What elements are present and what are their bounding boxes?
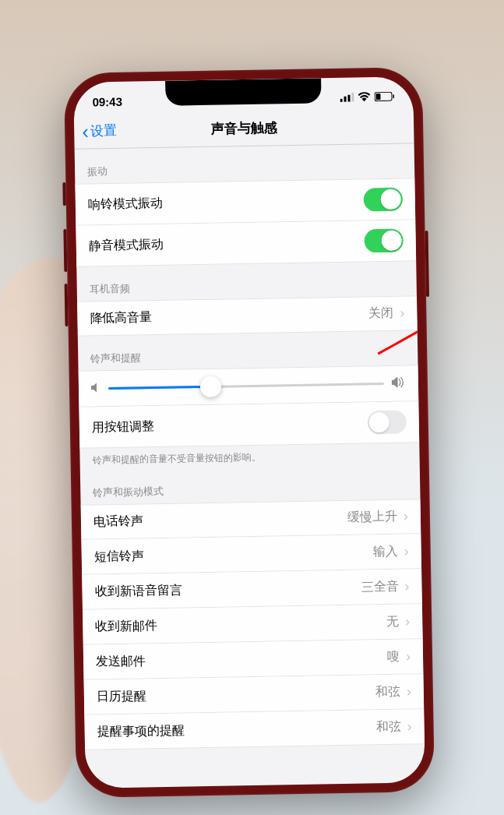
chevron-right-icon: ›	[400, 305, 404, 321]
volume-slider[interactable]	[108, 383, 384, 390]
toggle-ring-vibrate[interactable]	[364, 188, 404, 212]
cell-label: 日历提醒	[97, 684, 375, 705]
cell-value: 无	[386, 613, 399, 630]
cell-sound-pattern[interactable]: 提醒事项的提醒和弦›	[84, 709, 425, 750]
cell-value: 关闭	[368, 305, 393, 323]
cell-value: 和弦	[375, 718, 400, 736]
chevron-right-icon: ›	[406, 648, 411, 665]
notch	[165, 78, 322, 105]
cell-change-with-buttons[interactable]: 用按钮调整	[79, 401, 419, 449]
volume-slider-cell	[79, 365, 419, 408]
back-button[interactable]: ‹ 设置	[74, 120, 117, 141]
svg-rect-5	[393, 94, 394, 98]
cell-label: 收到新语音留言	[94, 579, 361, 600]
wifi-icon	[358, 90, 370, 104]
cell-label: 收到新邮件	[95, 613, 386, 635]
cell-sound-pattern[interactable]: 日历提醒和弦›	[84, 674, 425, 715]
signal-icon	[340, 90, 354, 104]
toggle-change-with-buttons[interactable]	[368, 410, 407, 434]
cell-label: 提醒事项的提醒	[97, 719, 375, 740]
chevron-right-icon: ›	[404, 508, 408, 524]
speaker-high-icon	[392, 376, 406, 390]
page-title: 声音与触感	[74, 116, 414, 140]
nav-bar: ‹ 设置 声音与触感	[74, 108, 414, 150]
cell-sound-pattern[interactable]: 收到新语音留言三全音›	[82, 569, 422, 610]
cell-value: 和弦	[375, 683, 400, 700]
cell-sound-pattern[interactable]: 发送邮件嗖›	[83, 639, 424, 680]
cell-reduce-loud-sounds[interactable]: 降低高音量 关闭 ›	[77, 295, 418, 337]
status-time: 09:43	[92, 94, 122, 108]
toggle-silent-vibrate[interactable]	[364, 229, 404, 253]
speaker-low-icon	[91, 382, 100, 395]
back-label: 设置	[90, 122, 117, 140]
chevron-left-icon: ‹	[82, 121, 89, 141]
cell-silent-vibrate[interactable]: 静音模式振动	[76, 220, 416, 267]
cell-label: 发送邮件	[96, 648, 387, 670]
chevron-right-icon: ›	[407, 683, 411, 700]
side-button[interactable]	[425, 231, 429, 297]
section-header-patterns: 铃声和振动模式	[80, 464, 421, 505]
cell-label: 短信铃声	[94, 544, 373, 565]
patterns-list: 电话铃声缓慢上升›短信铃声输入›收到新语音留言三全音›收到新邮件无›发送邮件嗖›…	[81, 499, 425, 750]
section-header-headphone: 耳机音频	[76, 261, 417, 302]
svg-rect-2	[347, 94, 350, 101]
section-header-vibration: 振动	[75, 143, 415, 184]
cell-label: 用按钮调整	[92, 415, 368, 436]
battery-icon	[374, 90, 394, 103]
cell-label: 静音模式振动	[89, 233, 365, 254]
mute-switch[interactable]	[62, 182, 66, 206]
cell-sound-pattern[interactable]: 短信铃声输入›	[81, 534, 421, 575]
chevron-right-icon: ›	[404, 578, 409, 594]
cell-sound-pattern[interactable]: 电话铃声缓慢上升›	[81, 499, 421, 540]
chevron-right-icon: ›	[404, 543, 409, 559]
slider-thumb[interactable]	[200, 376, 221, 397]
chevron-right-icon: ›	[407, 718, 411, 735]
cell-value: 输入	[373, 543, 398, 560]
svg-rect-6	[375, 93, 380, 99]
cell-value: 嗖	[387, 648, 400, 665]
svg-rect-1	[344, 96, 346, 101]
volume-down-button[interactable]	[65, 284, 69, 326]
cell-sound-pattern[interactable]: 收到新邮件无›	[83, 604, 423, 645]
section-header-ringer: 铃声和提醒	[78, 330, 418, 371]
chevron-right-icon: ›	[405, 613, 410, 630]
volume-up-button[interactable]	[63, 229, 67, 272]
svg-rect-3	[351, 92, 354, 101]
svg-rect-0	[340, 98, 343, 101]
cell-label: 电话铃声	[93, 510, 347, 531]
cell-label: 降低高音量	[90, 305, 368, 326]
cell-value: 三全音	[361, 578, 398, 595]
cell-label: 响铃模式振动	[88, 192, 364, 213]
cell-ring-vibrate[interactable]: 响铃模式振动	[75, 178, 415, 226]
phone-frame: 09:43 ‹ 设置	[64, 67, 435, 798]
cell-value: 缓慢上升	[347, 509, 397, 526]
screen: 09:43 ‹ 设置	[73, 76, 425, 788]
